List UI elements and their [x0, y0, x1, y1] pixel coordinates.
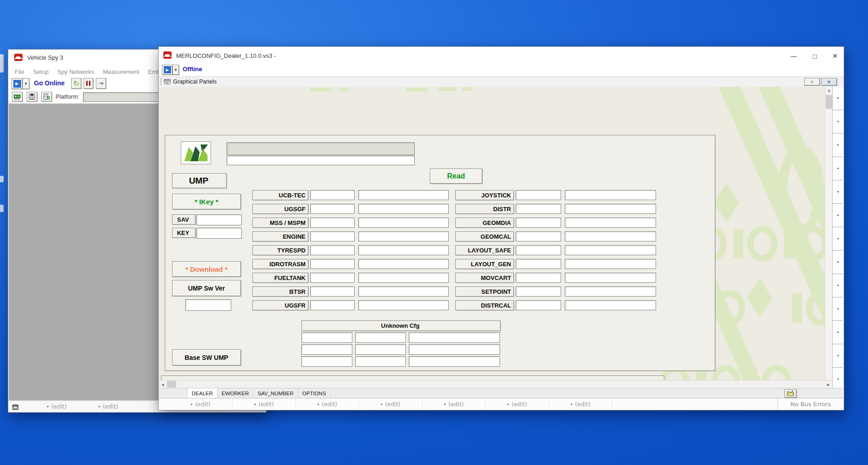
ump-read-button[interactable]: Read — [430, 168, 482, 184]
vertical-scrollbar[interactable]: ∧ — [825, 87, 833, 388]
panel-tab[interactable]: OPTIONS — [298, 388, 331, 398]
open-folder-button[interactable] — [785, 389, 796, 398]
unknown-cfg-cell[interactable] — [355, 356, 406, 367]
value-field[interactable] — [516, 273, 561, 283]
grip-handle[interactable] — [161, 78, 163, 85]
value-field-wide[interactable] — [358, 286, 449, 297]
panel-tab[interactable]: SAV_NUMBER — [253, 388, 298, 398]
scroll-thumb[interactable] — [826, 95, 832, 109]
value-field-wide[interactable] — [565, 245, 656, 255]
logging-icon-button[interactable] — [41, 92, 52, 101]
scroll-up-button[interactable]: ∧ — [825, 87, 833, 94]
status-edit-cell[interactable]: • (edit) — [296, 398, 359, 410]
value-field[interactable] — [516, 259, 561, 269]
unknown-cfg-cell[interactable] — [409, 344, 500, 355]
pause-button[interactable] — [83, 78, 93, 89]
go-online-play-button[interactable]: ▶ — [11, 78, 22, 89]
step-button[interactable]: ⇥ — [96, 78, 106, 89]
value-field[interactable] — [516, 300, 561, 310]
unknown-cfg-cell[interactable] — [355, 332, 406, 343]
close-button[interactable]: ✕ — [827, 50, 843, 62]
value-field[interactable] — [310, 300, 355, 310]
ikey-button[interactable]: * IKey * — [172, 194, 241, 209]
value-field-wide[interactable] — [565, 231, 656, 241]
value-field-wide[interactable] — [565, 259, 656, 269]
online-dropdown[interactable]: ▾ — [172, 65, 179, 75]
menu-item[interactable]: Measurement — [103, 68, 139, 75]
horizontal-scrollbar[interactable]: ◂ ▸ — [159, 380, 832, 388]
scroll-thumb[interactable] — [167, 381, 176, 387]
unknown-cfg-cell[interactable] — [301, 344, 352, 355]
value-field-wide[interactable] — [565, 286, 656, 297]
merlo-titlebar[interactable]: MERLOCONFIG_Dealer_1.10.0.vs3 - — □ ✕ — [159, 47, 844, 64]
unknown-cfg-cell[interactable] — [409, 332, 500, 343]
value-field-wide[interactable] — [358, 231, 449, 241]
status-edit-cell[interactable]: • (edit) — [83, 401, 134, 412]
value-field[interactable] — [310, 259, 355, 269]
menu-item[interactable]: Spy Networks — [57, 68, 94, 75]
unknown-cfg-cell[interactable] — [301, 356, 352, 367]
value-field[interactable] — [516, 204, 561, 214]
panel-collapse-button[interactable]: ∨ — [804, 78, 820, 85]
unknown-cfg-cell[interactable] — [409, 356, 500, 367]
value-field[interactable] — [516, 231, 561, 241]
value-field-wide[interactable] — [358, 300, 449, 310]
value-field-wide[interactable] — [565, 218, 656, 228]
download-button[interactable]: * Download * — [172, 261, 241, 277]
hardware-icon-button[interactable] — [12, 92, 22, 101]
value-field[interactable] — [516, 245, 561, 255]
value-field-wide[interactable] — [565, 300, 656, 310]
value-field-wide[interactable] — [358, 190, 449, 200]
value-field-wide[interactable] — [565, 190, 656, 200]
ump-sw-ver-button[interactable]: UMP Sw Ver — [172, 280, 241, 296]
value-field[interactable] — [310, 245, 355, 255]
status-edit-cell[interactable]: • (edit) — [31, 401, 83, 412]
value-field[interactable] — [310, 286, 355, 297]
value-field-wide[interactable] — [358, 204, 449, 214]
menu-item[interactable]: Setup — [33, 68, 49, 75]
header-field-top[interactable] — [227, 142, 415, 155]
unknown-cfg-cell[interactable] — [301, 332, 352, 343]
status-edit-cell[interactable]: • (edit) — [233, 398, 296, 410]
value-field[interactable] — [310, 190, 355, 200]
status-edit-cell[interactable]: • (edit) — [549, 398, 612, 410]
online-play-button[interactable]: ▶ — [162, 65, 172, 75]
unknown-cfg-cell[interactable] — [355, 344, 406, 355]
panel-close-button[interactable]: ✕ — [821, 78, 837, 85]
value-field-wide[interactable] — [565, 273, 656, 283]
value-field[interactable] — [310, 204, 355, 214]
minimize-button[interactable]: — — [785, 50, 803, 62]
value-field[interactable] — [310, 218, 355, 228]
status-edit-cell[interactable]: • (edit) — [169, 398, 233, 410]
desktop-icon-fragment[interactable] — [0, 54, 4, 73]
scroll-right-button[interactable]: ▸ — [824, 381, 832, 388]
maximize-button[interactable]: □ — [806, 50, 824, 62]
value-field-wide[interactable] — [358, 218, 449, 228]
refresh-button[interactable]: ↻ — [71, 78, 81, 89]
sav-input[interactable] — [196, 214, 242, 225]
scroll-left-button[interactable]: ◂ — [159, 381, 167, 388]
key-input[interactable] — [196, 228, 242, 239]
value-field[interactable] — [310, 231, 355, 241]
value-field[interactable] — [516, 218, 561, 228]
value-field-wide[interactable] — [358, 273, 449, 283]
value-field[interactable] — [516, 190, 561, 200]
desktop-icon-fragment[interactable] — [0, 176, 4, 182]
value-field-wide[interactable] — [565, 204, 656, 214]
panel-tab[interactable]: EWORKER — [217, 388, 253, 398]
ump-sw-ver-field[interactable] — [185, 299, 231, 311]
base-sw-ump-button[interactable]: Base SW UMP — [172, 349, 241, 365]
value-field-wide[interactable] — [358, 259, 449, 269]
panel-tab[interactable]: DEALER — [187, 388, 217, 398]
desktop-icon-fragment[interactable] — [0, 205, 4, 212]
menu-item[interactable]: File — [15, 68, 24, 75]
value-field[interactable] — [310, 273, 355, 283]
header-field-bottom[interactable] — [227, 156, 415, 165]
value-field-wide[interactable] — [358, 245, 449, 255]
value-field[interactable] — [516, 286, 561, 297]
save-icon-button[interactable] — [27, 92, 37, 101]
status-edit-cell[interactable]: • (edit) — [359, 398, 423, 410]
status-edit-cell[interactable]: • (edit) — [423, 398, 486, 410]
status-edit-cell[interactable]: • (edit) — [486, 398, 549, 410]
go-online-dropdown[interactable]: ▾ — [22, 78, 29, 89]
